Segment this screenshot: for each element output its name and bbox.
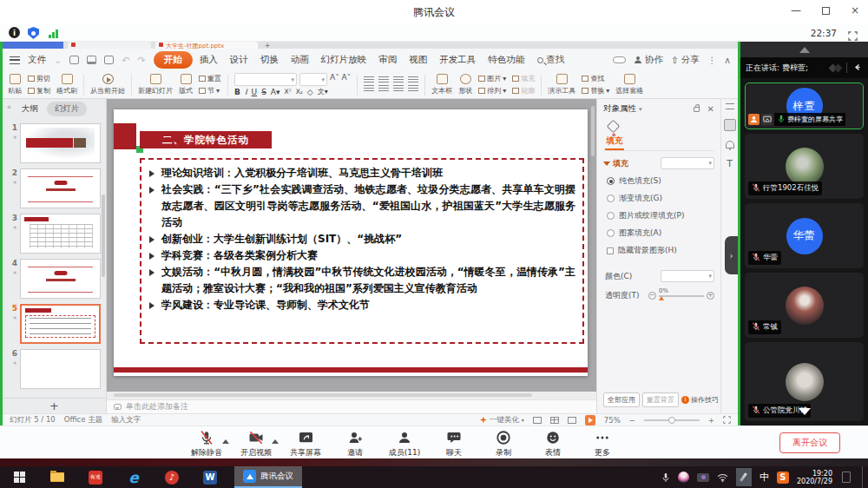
preview-icon[interactable] — [104, 56, 114, 64]
slide-thumbnail-preview[interactable] — [20, 214, 101, 254]
tray-camera-icon[interactable] — [697, 473, 709, 482]
wps-home-tab[interactable] — [3, 42, 63, 49]
fill-button[interactable]: 填充 — [512, 74, 535, 83]
participant-tile-2[interactable]: 行管1902石佳悦 — [745, 134, 864, 199]
theme-name[interactable]: Office 主题 — [64, 415, 103, 425]
edge-browser-icon[interactable]: e — [115, 471, 153, 485]
collapse-ribbon-icon[interactable]: ∧ — [724, 55, 731, 65]
ribbon-tab-4[interactable]: 切换 — [255, 52, 284, 68]
canvas-horizontal-scrollbar[interactable] — [107, 392, 596, 399]
security-shield-icon[interactable] — [28, 27, 39, 39]
shape-button[interactable]: 形状 — [458, 74, 472, 96]
reading-view-icon[interactable] — [568, 417, 576, 424]
ribbon-tab-10[interactable]: 特色功能 — [483, 52, 529, 68]
collaborate-button[interactable]: 协作 — [634, 54, 663, 66]
apply-all-button[interactable]: 全部应用 — [603, 392, 640, 407]
slide-thumbnail-3[interactable]: 3★ — [4, 214, 101, 254]
participant-tile-3[interactable]: 华蕾华蕾 — [745, 203, 864, 268]
ribbon-tab-6[interactable]: 幻灯片放映 — [316, 52, 372, 68]
start-button[interactable] — [0, 472, 38, 483]
minimize-button[interactable]: — — [791, 4, 801, 16]
font-color-button[interactable]: A▾ — [271, 88, 280, 96]
play-from-current-button[interactable]: 从当前开始 — [90, 74, 125, 96]
subscript-button[interactable]: X₂ — [296, 88, 303, 96]
tray-mic-icon[interactable] — [661, 472, 670, 483]
fill-option-4[interactable]: 图案填充(A) — [607, 228, 714, 239]
ribbon-tab-5[interactable]: 动画 — [286, 52, 314, 68]
number-list-icon[interactable] — [378, 76, 389, 84]
leave-meeting-button[interactable]: 离开会议 — [779, 432, 840, 453]
toolbar-camera-off-button[interactable]: 开启视频 — [235, 429, 277, 458]
tips-button[interactable]: i操作技巧 — [681, 395, 719, 405]
taskbar-active-app[interactable]: 腾讯会议 — [234, 466, 302, 488]
beautify-button[interactable]: 一键美化▾ — [480, 415, 524, 425]
fit-screen-icon[interactable] — [723, 416, 731, 424]
undo-icon[interactable]: ↶ — [122, 55, 129, 66]
slide-thumbnail-2[interactable]: 2★ — [4, 168, 101, 208]
clear-format-icon[interactable]: ◇ — [307, 88, 313, 96]
toolbar-mic-off-button[interactable]: 解除静音 — [186, 429, 227, 458]
bullet-list-icon[interactable] — [364, 76, 374, 84]
participant-tile-4[interactable]: 常铖 — [745, 273, 864, 338]
ribbon-tab-8[interactable]: 视图 — [404, 52, 432, 68]
print-icon[interactable] — [87, 56, 96, 64]
fill-type-select[interactable]: ▾ — [661, 157, 714, 169]
superscript-button[interactable]: X² — [285, 88, 292, 96]
copy-button[interactable]: 复制 — [28, 86, 50, 96]
word-icon[interactable]: W — [191, 471, 229, 485]
notes-bar[interactable]: 单击此处添加备注 — [107, 399, 596, 413]
slides-tab[interactable]: 幻灯片 — [47, 102, 88, 116]
arrange-button[interactable]: 排列 ▾ — [478, 86, 506, 96]
underline-button[interactable]: U — [252, 88, 258, 96]
wps-doc-tab-1[interactable] — [68, 42, 151, 49]
strikethrough-button[interactable]: S — [261, 88, 266, 96]
netease-music-icon[interactable]: ♪ — [153, 471, 191, 485]
toolbar-invite-button[interactable]: 邀请 — [334, 429, 376, 458]
replace-button[interactable]: 替换 ▾ — [582, 86, 609, 96]
input-hint[interactable]: 输入文字 — [111, 415, 141, 425]
new-doc-tab-button[interactable]: + — [261, 42, 273, 49]
ribbon-tab-7[interactable]: 审阅 — [373, 52, 402, 68]
slide[interactable]: 二、学院特色活动 理论知识培训：入党积极分子培训班、马克思主义骨干培训班社会实践… — [114, 109, 588, 376]
toolbar-record-button[interactable]: 录制 — [483, 429, 524, 458]
section-button[interactable]: 节 ▾ — [199, 86, 221, 96]
reset-button[interactable]: 重置 — [199, 74, 221, 83]
chevron-up-icon[interactable] — [222, 436, 229, 444]
reset-background-button[interactable]: 重置背景 — [642, 392, 679, 407]
participant-tile-1[interactable]: 梓萱费梓萱的屏幕共享 — [745, 82, 864, 129]
ime-indicator[interactable]: 中 — [760, 471, 769, 484]
sorter-view-icon[interactable] — [550, 417, 559, 424]
fill-option-3[interactable]: 图片或纹理填充(P) — [607, 210, 714, 221]
slide-thumbnail-preview[interactable] — [20, 168, 101, 208]
menu-icon[interactable] — [10, 56, 20, 64]
show-desktop-button[interactable] — [862, 466, 865, 488]
transparency-slider[interactable]: 0% — [659, 295, 704, 297]
ribbon-tab-1[interactable]: 开始 — [154, 51, 193, 69]
thumbnail-scrollbar[interactable] — [102, 195, 105, 277]
toolbar-share-screen-button[interactable]: 共享屏幕 — [285, 429, 326, 458]
align-right-icon[interactable] — [393, 85, 404, 93]
format-painter-button[interactable]: 格式刷 — [56, 74, 77, 96]
slide-thumbnail-preview[interactable] — [20, 349, 101, 389]
toolbar-members-button[interactable]: 成员(11) — [384, 429, 425, 458]
bold-button[interactable]: B — [234, 88, 240, 96]
rail-animation-icon[interactable] — [726, 141, 734, 148]
outline-tab[interactable]: 大纲 — [22, 103, 38, 115]
meeting-info-icon[interactable]: i — [9, 27, 20, 38]
tray-qq-icon[interactable] — [678, 472, 689, 483]
network-signal-icon[interactable] — [49, 28, 58, 38]
notification-center-icon[interactable] — [842, 472, 851, 483]
collapse-panel-button[interactable] — [740, 42, 868, 57]
toolbar-emoji-button[interactable]: 表情 — [532, 429, 574, 458]
scroll-more-icon[interactable] — [799, 408, 811, 421]
taskbar-clock[interactable]: 19:20 2020/7/29 — [797, 470, 832, 485]
color-select[interactable]: ▾ — [661, 270, 714, 282]
cut-button[interactable]: 剪切 — [28, 74, 50, 83]
font-size-select[interactable]: ▾ — [299, 73, 327, 86]
indent-increase-icon[interactable] — [408, 76, 418, 84]
close-panel-icon[interactable]: ✕ — [707, 104, 714, 114]
section-expand-icon[interactable] — [603, 162, 610, 169]
indent-decrease-icon[interactable] — [393, 76, 404, 84]
textbox-button[interactable]: 文本框 — [431, 74, 452, 96]
rail-menu-icon[interactable] — [726, 103, 734, 109]
